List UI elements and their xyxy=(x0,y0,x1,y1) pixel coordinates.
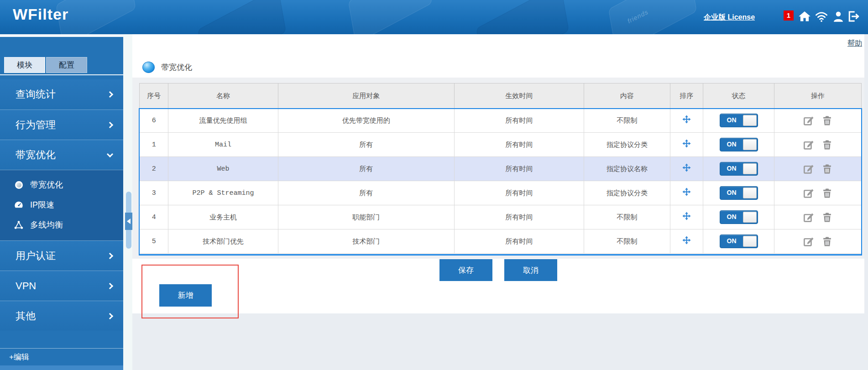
delete-icon[interactable] xyxy=(821,163,833,175)
delete-icon[interactable] xyxy=(821,212,833,223)
operations-cell xyxy=(774,133,861,157)
cancel-button[interactable]: 取消 xyxy=(504,259,557,281)
status-toggle[interactable]: ON xyxy=(720,162,758,176)
toggle-knob xyxy=(743,163,757,174)
sidebar-item-vpn[interactable]: VPN xyxy=(0,271,123,301)
move-row-icon[interactable] xyxy=(682,139,691,148)
move-row-icon[interactable] xyxy=(682,188,691,196)
tab-config[interactable]: 配置 xyxy=(46,57,87,73)
name-cell: 流量优先使用组 xyxy=(168,109,278,133)
operations-cell xyxy=(774,109,861,133)
submenu-item-multiline-balance[interactable]: 多线均衡 xyxy=(0,215,123,235)
toggle-knob xyxy=(743,236,757,247)
status-cell: ON xyxy=(703,229,774,254)
edit-icon[interactable] xyxy=(803,236,814,247)
submenu-item-ip-limit[interactable]: IP限速 xyxy=(0,195,123,215)
sidebar-collapse-handle[interactable] xyxy=(125,213,132,230)
edit-icon[interactable] xyxy=(803,212,814,223)
time-cell: 所有时间 xyxy=(454,229,584,254)
chevron-right-icon xyxy=(107,121,113,128)
sidebar-item-behavior-mgmt[interactable]: 行为管理 xyxy=(0,109,123,140)
notification-badge[interactable]: 1 xyxy=(784,10,794,21)
move-row-icon[interactable] xyxy=(682,115,691,124)
move-row-icon[interactable] xyxy=(682,212,691,220)
submenu-item-bandwidth-opt[interactable]: 带宽优化 xyxy=(0,175,123,195)
time-cell: 所有时间 xyxy=(454,109,584,133)
sidebar-item-user-auth[interactable]: 用户认证 xyxy=(0,240,123,271)
network-icon xyxy=(14,220,24,230)
status-toggle[interactable]: ON xyxy=(720,210,758,224)
chevron-right-icon xyxy=(107,313,113,319)
sidebar-item-label: 查询统计 xyxy=(16,89,56,100)
status-cell: ON xyxy=(703,205,774,229)
col-header-seq: 序号 xyxy=(140,83,168,109)
sidebar-item-bandwidth-opt[interactable]: 带宽优化 xyxy=(0,140,123,170)
status-toggle[interactable]: ON xyxy=(720,138,758,151)
table-row[interactable]: 3P2P & Streaming所有所有时间指定协议分类ON xyxy=(140,181,862,205)
table-row[interactable]: 2Web所有所有时间指定协议名称ON xyxy=(140,157,862,181)
delete-icon[interactable] xyxy=(821,236,833,247)
sidebar-item-label: 行为管理 xyxy=(16,119,56,130)
tab-modules[interactable]: 模块 xyxy=(4,57,45,73)
col-header-status: 状态 xyxy=(703,83,774,109)
sidebar-top-divider xyxy=(0,34,123,37)
tabs-underline xyxy=(0,74,123,75)
chevron-right-icon xyxy=(107,91,113,98)
wifi-icon[interactable] xyxy=(815,10,828,23)
status-toggle[interactable]: ON xyxy=(720,186,758,200)
sidebar-item-other[interactable]: 其他 xyxy=(0,301,123,331)
edit-icon[interactable] xyxy=(803,115,814,126)
table-header-row: 序号 名称 应用对象 生效时间 内容 排序 状态 操作 xyxy=(140,83,862,109)
time-cell: 所有时间 xyxy=(454,181,584,205)
form-actions: 保存 取消 xyxy=(132,259,864,281)
add-button[interactable]: 新增 xyxy=(159,284,212,307)
col-header-sort: 排序 xyxy=(670,83,703,109)
edit-icon[interactable] xyxy=(803,188,814,199)
status-cell: ON xyxy=(703,157,774,181)
target-cell: 所有 xyxy=(278,181,454,205)
toggle-knob xyxy=(743,115,757,126)
status-toggle[interactable]: ON xyxy=(720,114,758,127)
seq-cell: 2 xyxy=(140,157,168,181)
sidebar-edit-link[interactable]: +编辑 xyxy=(0,348,123,365)
operations-cell xyxy=(774,229,861,254)
status-cell: ON xyxy=(703,133,774,157)
name-cell: Web xyxy=(168,157,278,181)
operations-cell xyxy=(774,181,861,205)
toggle-knob xyxy=(743,212,757,223)
sidebar-tabs: 模块 配置 xyxy=(4,57,87,73)
collapse-left-arrow-icon xyxy=(127,219,131,224)
keyboard-key-decor xyxy=(198,0,286,34)
delete-icon[interactable] xyxy=(821,115,833,126)
chevron-right-icon xyxy=(107,252,113,259)
edit-icon[interactable] xyxy=(803,139,814,151)
content-cell: 指定协议分类 xyxy=(584,181,670,205)
edit-icon[interactable] xyxy=(803,163,814,175)
target-cell: 职能部门 xyxy=(278,205,454,229)
move-row-icon[interactable] xyxy=(682,236,691,245)
license-link[interactable]: 企业版 License xyxy=(704,13,755,22)
help-link[interactable]: 帮助 xyxy=(847,39,862,48)
seq-cell: 1 xyxy=(140,133,168,157)
status-cell: ON xyxy=(703,109,774,133)
operations-cell xyxy=(774,157,861,181)
user-icon[interactable] xyxy=(832,10,845,23)
toggle-on-label: ON xyxy=(727,141,737,148)
delete-icon[interactable] xyxy=(821,139,833,151)
home-icon[interactable] xyxy=(798,10,811,23)
logout-icon[interactable] xyxy=(847,10,860,23)
table-row[interactable]: 1Mail所有所有时间指定协议分类ON xyxy=(140,133,862,157)
status-toggle[interactable]: ON xyxy=(720,235,758,248)
move-row-icon[interactable] xyxy=(682,163,691,172)
content-cell: 指定协议名称 xyxy=(584,157,670,181)
sidebar-item-label: VPN xyxy=(16,280,36,292)
chevron-right-icon xyxy=(107,282,113,289)
table-row[interactable]: 5技术部门优先技术部门所有时间不限制ON xyxy=(140,229,862,254)
rules-table-container: 序号 名称 应用对象 生效时间 内容 排序 状态 操作 6流量优先使用组优先带宽… xyxy=(132,78,864,259)
table-row[interactable]: 6流量优先使用组优先带宽使用的所有时间不限制ON xyxy=(140,109,862,133)
sidebar-item-query-stats[interactable]: 查询统计 xyxy=(0,79,123,109)
save-button[interactable]: 保存 xyxy=(439,259,492,281)
delete-icon[interactable] xyxy=(821,188,833,199)
col-header-time: 生效时间 xyxy=(454,83,584,109)
table-row[interactable]: 4业务主机职能部门所有时间不限制ON xyxy=(140,205,862,229)
